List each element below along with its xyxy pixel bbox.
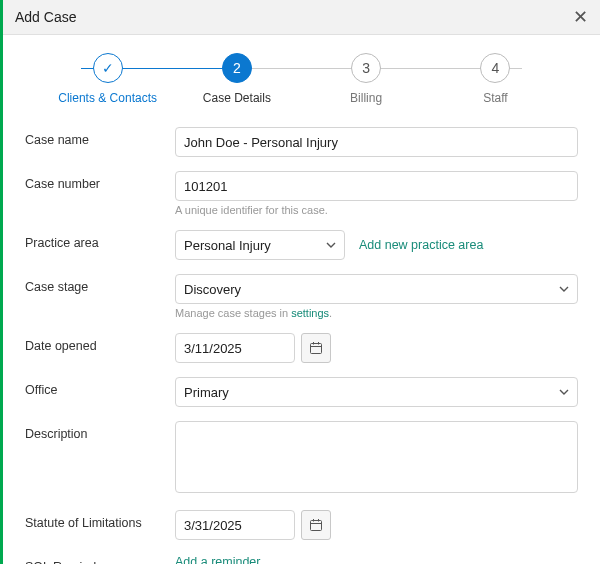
case-stage-hint: Manage case stages in settings. xyxy=(175,307,578,319)
step-circle: ✓ xyxy=(93,53,123,83)
form-body: Case name Case number A unique identifie… xyxy=(3,111,600,564)
practice-area-select[interactable]: Personal Injury xyxy=(175,230,345,260)
step-label: Staff xyxy=(483,91,507,105)
calendar-icon xyxy=(309,341,323,355)
add-reminder-link[interactable]: Add a reminder xyxy=(175,555,260,564)
label-case-name: Case name xyxy=(25,127,175,147)
row-sol-reminders: SOL Reminders Add a reminder xyxy=(25,554,578,564)
label-case-stage: Case stage xyxy=(25,274,175,294)
step-case-details[interactable]: 2 Case Details xyxy=(172,53,301,105)
step-circle: 3 xyxy=(351,53,381,83)
step-label: Case Details xyxy=(203,91,271,105)
step-label: Billing xyxy=(350,91,382,105)
label-practice-area: Practice area xyxy=(25,230,175,250)
chevron-down-icon xyxy=(326,242,336,248)
sol-date-input[interactable] xyxy=(175,510,295,540)
row-date-opened: Date opened xyxy=(25,333,578,363)
label-date-opened: Date opened xyxy=(25,333,175,353)
select-value: Personal Injury xyxy=(184,238,271,253)
check-icon: ✓ xyxy=(102,60,114,76)
step-circle: 2 xyxy=(222,53,252,83)
modal-header: Add Case ✕ xyxy=(3,0,600,35)
row-statute-of-limitations: Statute of Limitations xyxy=(25,510,578,540)
row-case-name: Case name xyxy=(25,127,578,157)
close-icon: ✕ xyxy=(573,7,588,27)
case-number-input[interactable] xyxy=(175,171,578,201)
label-description: Description xyxy=(25,421,175,441)
close-button[interactable]: ✕ xyxy=(573,8,588,26)
chevron-down-icon xyxy=(559,286,569,292)
date-opened-input[interactable] xyxy=(175,333,295,363)
date-opened-calendar-button[interactable] xyxy=(301,333,331,363)
label-office: Office xyxy=(25,377,175,397)
modal-title: Add Case xyxy=(15,9,76,25)
office-select[interactable]: Primary xyxy=(175,377,578,407)
chevron-down-icon xyxy=(559,389,569,395)
case-number-hint: A unique identifier for this case. xyxy=(175,204,578,216)
sol-calendar-button[interactable] xyxy=(301,510,331,540)
step-circle: 4 xyxy=(480,53,510,83)
add-case-modal: Add Case ✕ ✓ Clients & Contacts 2 Case D… xyxy=(0,0,600,564)
step-label: Clients & Contacts xyxy=(58,91,157,105)
row-practice-area: Practice area Personal Injury Add new pr… xyxy=(25,230,578,260)
case-stage-select[interactable]: Discovery xyxy=(175,274,578,304)
select-value: Discovery xyxy=(184,282,241,297)
row-case-number: Case number A unique identifier for this… xyxy=(25,171,578,216)
add-practice-area-link[interactable]: Add new practice area xyxy=(359,238,483,252)
label-sol-reminders: SOL Reminders xyxy=(25,554,175,564)
label-case-number: Case number xyxy=(25,171,175,191)
svg-rect-4 xyxy=(311,521,322,531)
row-office: Office Primary xyxy=(25,377,578,407)
settings-link[interactable]: settings xyxy=(291,307,329,319)
row-case-stage: Case stage Discovery Manage case stages … xyxy=(25,274,578,319)
label-sol: Statute of Limitations xyxy=(25,510,175,530)
case-name-input[interactable] xyxy=(175,127,578,157)
svg-rect-0 xyxy=(311,344,322,354)
stepper: ✓ Clients & Contacts 2 Case Details 3 Bi… xyxy=(3,35,600,111)
step-staff[interactable]: 4 Staff xyxy=(431,53,560,105)
description-textarea[interactable] xyxy=(175,421,578,493)
select-value: Primary xyxy=(184,385,229,400)
step-billing[interactable]: 3 Billing xyxy=(302,53,431,105)
calendar-icon xyxy=(309,518,323,532)
row-description: Description xyxy=(25,421,578,496)
step-clients-contacts[interactable]: ✓ Clients & Contacts xyxy=(43,53,172,105)
